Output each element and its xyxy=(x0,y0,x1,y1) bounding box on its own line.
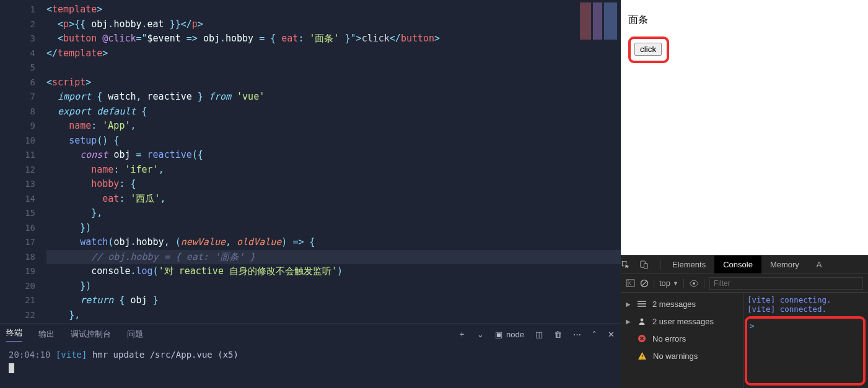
line-number: 10 xyxy=(0,134,35,149)
code-line[interactable]: console.log('对 reactive 自身的修改不会触发监听') xyxy=(46,264,621,279)
sidebar-label: 2 user messages xyxy=(652,317,714,326)
code-line[interactable]: export default { xyxy=(46,105,621,119)
terminal-pane: 终端 输出 调试控制台 问题 ＋ ⌄ ▣ node ◫ 🗑 ⋯ ˄ ✕ xyxy=(0,323,621,388)
right-pane: 面条 click Elements Console Memory A xyxy=(621,0,868,388)
sidebar-label: No errors xyxy=(652,334,686,343)
line-number: 8 xyxy=(0,105,35,119)
terminal-body[interactable]: 20:04:10 [vite] hmr update /src/App.vue … xyxy=(0,345,621,388)
line-number: 14 xyxy=(0,192,35,207)
chevron-up-icon[interactable]: ˄ xyxy=(592,330,597,339)
code-body[interactable]: <template> <p>{{ obj.hobby.eat }}</p> <b… xyxy=(46,0,621,323)
console-output[interactable]: [vite] connecting. [vite] connected. > xyxy=(743,293,868,388)
code-line[interactable]: name: 'ifer', xyxy=(46,163,621,178)
code-line[interactable]: <p>{{ obj.hobby.eat }}</p> xyxy=(46,17,621,32)
inspect-icon[interactable] xyxy=(621,260,639,269)
list-icon xyxy=(638,301,646,308)
terminal-tabs: 终端 输出 调试控制台 问题 ＋ ⌄ ▣ node ◫ 🗑 ⋯ ˄ ✕ xyxy=(0,324,621,345)
code-line[interactable]: <template> xyxy=(46,2,621,17)
code-line[interactable]: import { watch, reactive } from 'vue' xyxy=(46,90,621,105)
line-number: 3 xyxy=(0,32,35,46)
preview-output: 面条 xyxy=(628,14,861,27)
context-selector[interactable]: top ▼ xyxy=(659,278,678,288)
code-line[interactable]: <script> xyxy=(46,75,621,90)
terminal-tab-debug[interactable]: 调试控制台 xyxy=(71,329,111,340)
code-area[interactable]: 12345678910111213141516171819202122 <tem… xyxy=(0,0,621,323)
terminal-cursor xyxy=(9,360,612,373)
svg-point-5 xyxy=(641,319,644,322)
line-number: 21 xyxy=(0,293,35,308)
warn-icon xyxy=(638,351,647,360)
devtools-tab-memory[interactable]: Memory xyxy=(761,256,808,274)
code-line[interactable]: }) xyxy=(46,279,621,294)
line-number: 1 xyxy=(0,2,35,17)
sidebar-toggle-icon[interactable] xyxy=(626,279,635,287)
terminal-tab-problems[interactable]: 问题 xyxy=(127,329,143,340)
code-line[interactable]: }, xyxy=(46,308,621,323)
code-line[interactable]: return { obj } xyxy=(46,293,621,308)
filter-input[interactable] xyxy=(709,277,863,290)
line-number: 9 xyxy=(0,119,35,134)
browser-preview[interactable]: 面条 click xyxy=(621,0,868,255)
devtools-tab-console[interactable]: Console xyxy=(714,256,761,274)
device-icon[interactable] xyxy=(639,260,658,269)
preview-click-button[interactable]: click xyxy=(634,43,662,56)
terminal-tab-output[interactable]: 输出 xyxy=(38,329,55,340)
code-line[interactable]: // obj.hobby = { eat: '面条' } xyxy=(46,250,621,265)
console-sidebar: ▶ 2 messages ▶ 2 user messages No errors xyxy=(621,293,743,388)
devtools-tabs: Elements Console Memory A xyxy=(621,256,868,274)
line-number: 2 xyxy=(0,17,35,32)
svg-rect-8 xyxy=(642,358,642,358)
chevron-down-icon[interactable]: ⌄ xyxy=(477,330,484,339)
line-number: 7 xyxy=(0,90,35,105)
code-line[interactable]: }, xyxy=(46,206,621,221)
code-line[interactable]: <button @click="$event => obj.hobby = { … xyxy=(46,32,621,46)
sidebar-row-user-messages[interactable]: ▶ 2 user messages xyxy=(621,313,743,330)
sidebar-row-errors[interactable]: No errors xyxy=(621,330,743,347)
chevron-down-icon: ▼ xyxy=(673,280,678,287)
devtools-tab-more[interactable]: A xyxy=(808,256,831,274)
split-icon[interactable]: ◫ xyxy=(535,330,543,339)
devtools-tab-elements[interactable]: Elements xyxy=(664,256,714,274)
sidebar-label: 2 messages xyxy=(652,300,696,309)
code-line[interactable]: </template> xyxy=(46,46,621,61)
plus-icon[interactable]: ＋ xyxy=(458,329,466,340)
close-icon[interactable]: ✕ xyxy=(608,330,615,339)
eye-icon[interactable] xyxy=(689,280,699,287)
code-line[interactable]: setup() { xyxy=(46,134,621,149)
svg-rect-7 xyxy=(642,355,642,357)
code-line[interactable]: const obj = reactive({ xyxy=(46,148,621,163)
error-icon xyxy=(638,334,646,343)
terminal-time: 20:04:10 xyxy=(9,350,50,360)
terminal-count: (x5) xyxy=(217,350,239,360)
code-line[interactable]: hobby: { xyxy=(46,177,621,192)
svg-rect-2 xyxy=(626,280,634,287)
line-number: 22 xyxy=(0,308,35,323)
console-line: [vite] connecting. xyxy=(747,295,864,304)
line-gutter: 12345678910111213141516171819202122 xyxy=(0,0,46,323)
line-number: 16 xyxy=(0,221,35,236)
line-number: 13 xyxy=(0,177,35,192)
sidebar-row-warnings[interactable]: No warnings xyxy=(621,347,743,364)
devtools-toolbar: top ▼ xyxy=(621,274,868,293)
triangle-icon: ▶ xyxy=(626,318,631,325)
clear-console-icon[interactable] xyxy=(640,279,649,288)
annotation-highlight-box xyxy=(745,316,866,386)
line-number: 20 xyxy=(0,279,35,294)
minimap[interactable] xyxy=(580,2,617,40)
triangle-icon: ▶ xyxy=(626,301,631,308)
code-line[interactable]: }) xyxy=(46,221,621,236)
code-line[interactable] xyxy=(46,61,621,75)
sidebar-row-messages[interactable]: ▶ 2 messages xyxy=(621,295,743,313)
trash-icon[interactable]: 🗑 xyxy=(554,330,562,339)
code-line[interactable]: watch(obj.hobby, (newValue, oldValue) =>… xyxy=(46,235,621,250)
line-number: 18 xyxy=(0,250,35,265)
shell-selector[interactable]: ▣ node xyxy=(495,330,524,339)
more-icon[interactable]: ⋯ xyxy=(573,330,581,339)
code-line[interactable]: eat: '西瓜', xyxy=(46,192,621,207)
shell-label: node xyxy=(506,330,524,339)
line-number: 6 xyxy=(0,75,35,90)
terminal-line: 20:04:10 [vite] hmr update /src/App.vue … xyxy=(9,350,612,360)
terminal-tab-terminal[interactable]: 终端 xyxy=(6,327,22,342)
code-line[interactable]: name: 'App', xyxy=(46,119,621,134)
line-number: 5 xyxy=(0,61,35,75)
